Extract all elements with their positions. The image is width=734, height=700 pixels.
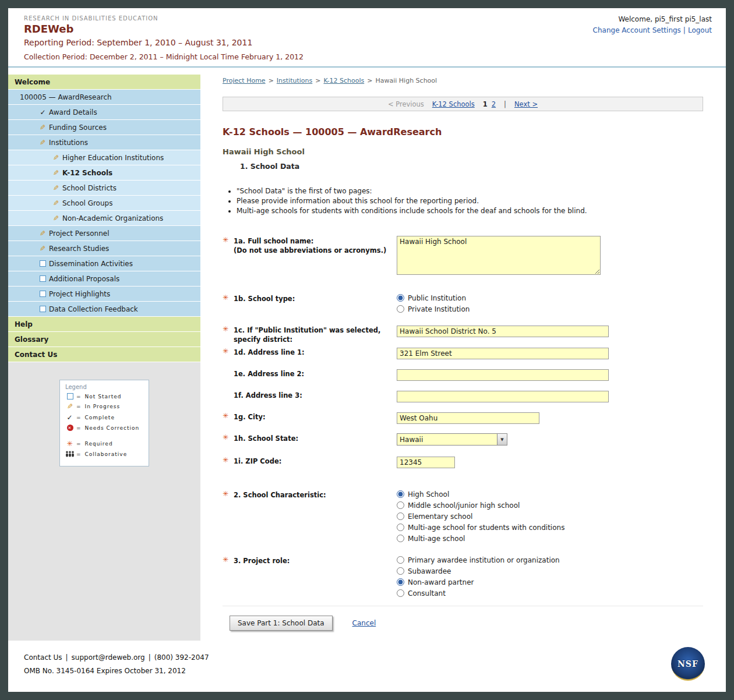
sidebar-item-research-studies[interactable]: Research Studies xyxy=(8,241,200,256)
page: RESEARCH IN DISABILITIES EDUCATION RDEWe… xyxy=(8,8,726,692)
middle-school-radio[interactable] xyxy=(397,501,404,509)
sidebar-item-award[interactable]: 100005 — AwardResearch xyxy=(8,90,200,105)
primary-awardee-radio[interactable] xyxy=(397,556,404,564)
footer-email-link[interactable]: support@rdeweb.org xyxy=(72,653,145,662)
elementary-school-radio[interactable] xyxy=(397,512,404,520)
window-frame: RESEARCH IN DISABILITIES EDUCATION RDEWe… xyxy=(0,0,734,700)
pager-group-link[interactable]: K-12 Schools xyxy=(432,100,475,108)
page-1-current: 1 xyxy=(483,100,488,108)
field-label-1b: 1b. School type: xyxy=(234,294,397,303)
collaborative-people-icon xyxy=(65,451,75,457)
radio-option-public-institution[interactable]: Public Institution xyxy=(397,292,703,303)
sidebar-item-glossary[interactable]: Glossary xyxy=(8,332,200,347)
radio-option-non-award-partner[interactable]: Non-award partner xyxy=(397,577,703,588)
sidebar-item-welcome[interactable]: Welcome xyxy=(8,75,200,90)
sidebar-item-project-highlights[interactable]: Project Highlights xyxy=(8,287,200,302)
in-progress-pencil-icon xyxy=(38,229,47,238)
radio-option-middle-school[interactable]: Middle school/junior high school xyxy=(397,500,703,511)
field-label-1i: 1i. ZIP Code: xyxy=(234,456,397,466)
cancel-link[interactable]: Cancel xyxy=(352,619,376,627)
footer-separator: | xyxy=(66,653,68,662)
field-label-1g: 1g. City: xyxy=(234,412,397,422)
sidebar-item-higher-education-institutions[interactable]: Higher Education Institutions xyxy=(8,150,200,165)
field-label-3: 3. Project role: xyxy=(234,556,397,565)
radio-option-subawardee[interactable]: Subawardee xyxy=(397,565,703,577)
sidebar-item-school-districts[interactable]: School Districts xyxy=(8,181,200,196)
radio-option-high-school[interactable]: High School xyxy=(397,489,703,500)
radio-option-elementary-school[interactable]: Elementary school xyxy=(397,511,703,522)
district-input[interactable] xyxy=(397,326,609,337)
radio-label: Private Institution xyxy=(408,305,470,313)
dropdown-arrow-icon xyxy=(497,434,507,445)
reporting-period: Reporting Period: September 1, 2010 – Au… xyxy=(24,38,712,47)
legend-item-text: Needs Correction xyxy=(85,425,140,431)
breadcrumb-institutions[interactable]: Institutions xyxy=(277,77,312,84)
sidebar-item-non-academic-organizations[interactable]: Non-Academic Organizations xyxy=(8,211,200,226)
sidebar-item-dissemination-activities[interactable]: Dissemination Activities xyxy=(8,256,200,271)
footer-contact-line: Contact Us|support@rdeweb.org|(800) 392-… xyxy=(24,653,726,662)
change-account-settings-link[interactable]: Change Account Settings xyxy=(593,26,681,34)
in-progress-pencil-icon xyxy=(52,169,61,177)
pagination-bar: < Previous K-12 Schools 12 | Next > xyxy=(223,97,703,111)
sidebar-item-label: Help xyxy=(15,320,33,328)
breadcrumb-k12-schools[interactable]: K-12 Schools xyxy=(323,77,364,84)
radio-option-consultant[interactable]: Consultant xyxy=(397,588,703,599)
sidebar-item-label: Non-Academic Organizations xyxy=(62,214,163,222)
multi-age-school-radio[interactable] xyxy=(397,535,404,542)
sidebar-item-label: Award Details xyxy=(49,108,97,116)
legend-item-complete: =Complete xyxy=(65,413,145,422)
private-institution-radio[interactable] xyxy=(397,305,404,313)
public-institution-radio[interactable] xyxy=(397,294,404,302)
save-part1-button[interactable]: Save Part 1: School Data xyxy=(230,616,333,631)
breadcrumb-project-home[interactable]: Project Home xyxy=(223,77,266,84)
non-award-partner-radio[interactable] xyxy=(397,578,404,586)
footer-contact-link[interactable]: Contact Us xyxy=(24,653,62,662)
radio-label: Elementary school xyxy=(408,512,472,521)
full-school-name-textarea[interactable]: Hawaii High School xyxy=(397,236,601,275)
next-link[interactable]: Next > xyxy=(514,100,538,108)
radio-option-primary-awardee[interactable]: Primary awardee institution or organizat… xyxy=(397,554,703,565)
sidebar-item-institutions[interactable]: Institutions xyxy=(8,135,200,150)
logout-link[interactable]: Logout xyxy=(688,26,712,34)
required-icon xyxy=(65,440,75,448)
sidebar-item-k12-schools[interactable]: K-12 Schools xyxy=(8,165,200,181)
address-line-3-input[interactable] xyxy=(397,391,609,402)
sidebar-item-school-groups[interactable]: School Groups xyxy=(8,196,200,211)
in-progress-pencil-icon xyxy=(65,402,75,411)
radio-option-multi-age-conditions[interactable]: Multi-age school for students with condi… xyxy=(397,522,703,533)
sidebar-item-funding-sources[interactable]: Funding Sources xyxy=(8,120,200,135)
sidebar-item-contact-us[interactable]: Contact Us xyxy=(8,347,200,362)
needs-correction-icon xyxy=(65,425,75,431)
sidebar-item-help[interactable]: Help xyxy=(8,317,200,332)
sidebar-item-label: Additional Proposals xyxy=(49,275,119,283)
field-label-1d: 1d. Address line 1: xyxy=(234,347,397,357)
in-progress-pencil-icon xyxy=(52,154,61,162)
zip-code-input[interactable] xyxy=(397,457,455,468)
subawardee-radio[interactable] xyxy=(397,567,404,575)
address-line-1-input[interactable] xyxy=(397,348,609,359)
instruction-item: Multi-age schools for students with cond… xyxy=(237,206,703,215)
field-label-2: 2. School Characteristic: xyxy=(234,490,397,500)
page-2-link[interactable]: 2 xyxy=(492,100,496,108)
collection-period: Collection Period: December 2, 2011 – Mi… xyxy=(24,52,712,61)
instruction-item: "School Data" is the first of two pages: xyxy=(237,186,703,196)
radio-option-private-institution[interactable]: Private Institution xyxy=(397,303,703,314)
required-icon xyxy=(223,347,234,356)
required-icon xyxy=(223,490,234,499)
instructions-list: "School Data" is the first of two pages:… xyxy=(223,186,703,215)
sidebar-item-data-collection-feedback[interactable]: Data Collection Feedback xyxy=(8,302,200,317)
school-state-select[interactable]: Hawaii xyxy=(397,433,507,446)
address-line-2-input[interactable] xyxy=(397,369,609,381)
radio-option-multi-age-school[interactable]: Multi-age school xyxy=(397,533,703,544)
city-input[interactable] xyxy=(397,412,539,424)
consultant-radio[interactable] xyxy=(397,589,404,597)
multi-age-conditions-radio[interactable] xyxy=(397,524,404,531)
sidebar-item-award-details[interactable]: Award Details xyxy=(8,105,200,120)
school-type-radio-group: Public Institution Private Institution xyxy=(397,292,703,314)
sidebar-item-project-personnel[interactable]: Project Personnel xyxy=(8,226,200,241)
radio-label: Public Institution xyxy=(408,294,466,302)
form-row-1e: 1e. Address line 2: xyxy=(223,369,703,381)
sidebar-item-additional-proposals[interactable]: Additional Proposals xyxy=(8,271,200,287)
form-row-3: 3. Project role: Primary awardee institu… xyxy=(223,556,703,599)
high-school-radio[interactable] xyxy=(397,490,404,498)
